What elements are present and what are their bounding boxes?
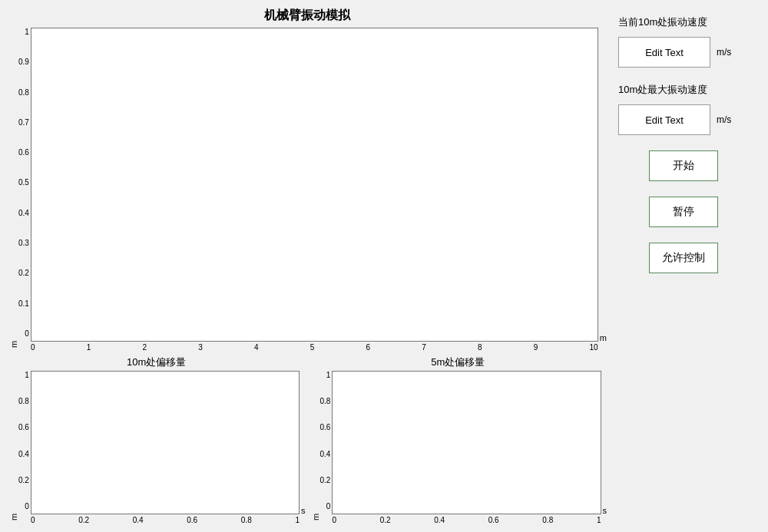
- pause-button[interactable]: 暂停: [649, 197, 718, 227]
- max-speed-group: Edit Text m/s: [618, 104, 749, 135]
- current-speed-unit: m/s: [717, 47, 731, 58]
- allow-control-button[interactable]: 允许控制: [649, 243, 718, 273]
- current-speed-label: 当前10m处振动速度: [618, 15, 749, 29]
- bottom-right-title: 5m处偏移量: [310, 355, 607, 369]
- bottom-left-title: 10m处偏移量: [8, 355, 306, 369]
- bottom-right-canvas: [332, 371, 601, 514]
- max-speed-label: 10m处最大振动速度: [618, 83, 749, 97]
- top-chart-section: 机械臂振动模拟 m 1 0.9 0.8 0.7 0.6 0.5 0.4 0.3 …: [8, 8, 607, 352]
- sidebar: 当前10m处振动速度 Edit Text m/s 10m处最大振动速度 Edit…: [607, 8, 760, 524]
- bottom-left-canvas: [31, 371, 300, 514]
- top-chart-y-label: m: [8, 28, 18, 352]
- current-speed-input[interactable]: Edit Text: [618, 37, 710, 68]
- charts-area: 机械臂振动模拟 m 1 0.9 0.8 0.7 0.6 0.5 0.4 0.3 …: [8, 8, 607, 524]
- bottom-left-x-label: s: [300, 506, 306, 524]
- bottom-right-y-label: m: [310, 371, 320, 524]
- current-speed-group: Edit Text m/s: [618, 37, 749, 68]
- app-title: 机械臂振动模拟: [8, 8, 607, 24]
- top-chart-x-label: m: [598, 333, 607, 352]
- max-speed-unit: m/s: [717, 114, 731, 125]
- bottom-left-y-label: m: [8, 371, 18, 524]
- bottom-left-chart: 10m处偏移量 m 1 0.8 0.6 0.4 0.2 0: [8, 355, 306, 524]
- bottom-right-chart: 5m处偏移量 m 1 0.8 0.6 0.4 0.2 0: [310, 355, 607, 524]
- bottom-charts-section: 10m处偏移量 m 1 0.8 0.6 0.4 0.2 0: [8, 355, 607, 524]
- bottom-right-x-label: s: [601, 506, 607, 524]
- start-button[interactable]: 开始: [649, 150, 718, 181]
- top-chart-container: 0 1 2 3 4 5 6 7 8 9 10: [31, 28, 598, 352]
- max-speed-input[interactable]: Edit Text: [618, 104, 710, 135]
- top-chart-canvas: [31, 28, 598, 342]
